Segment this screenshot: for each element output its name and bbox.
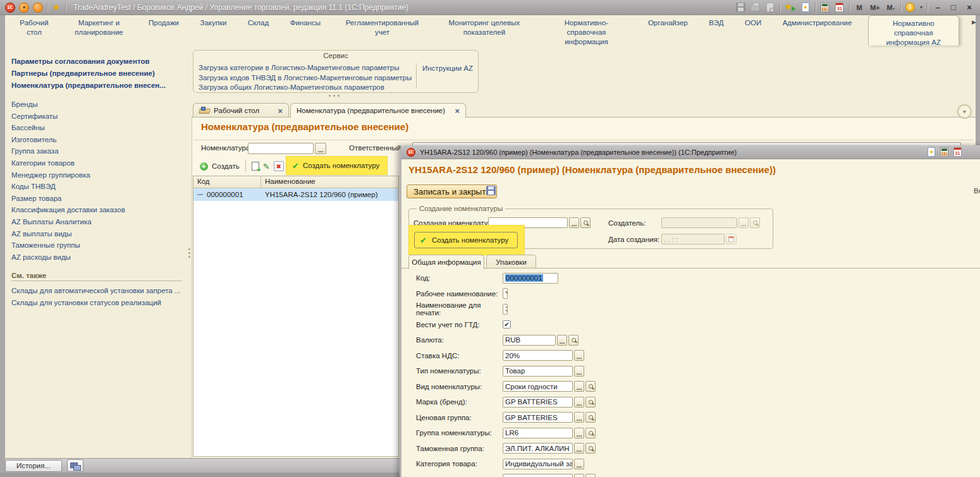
- sidebar-item[interactable]: Бассейны: [11, 122, 185, 134]
- sidebar-splitter[interactable]: [187, 45, 192, 458]
- sidebar-item[interactable]: Бренды: [11, 99, 185, 111]
- ribbon-scroll-right-icon[interactable]: ▶: [972, 16, 979, 28]
- ellipsis-button[interactable]: ...: [315, 143, 326, 154]
- ellipsis-button[interactable]: ...: [574, 412, 584, 423]
- sidebar-item[interactable]: AZ Выплаты Аналитика: [11, 216, 185, 228]
- add-to-favorites-icon[interactable]: ★: [800, 2, 811, 13]
- service-link[interactable]: Загрузка общих Логистико-Маркетинговых п…: [199, 83, 412, 93]
- create-nomenclature-button[interactable]: ✔ Создать номенклатуру: [414, 232, 518, 248]
- ribbon-tab[interactable]: Регламентированный учет: [336, 15, 427, 45]
- sessions-icon[interactable]: [67, 459, 83, 472]
- sidebar-item[interactable]: Склады для установки статусов реализаций: [11, 297, 185, 309]
- memory-button[interactable]: M-: [886, 2, 896, 13]
- edit-icon[interactable]: ✎: [263, 162, 270, 171]
- field-input[interactable]: Индивидуальный заказ: [503, 459, 573, 469]
- sidebar-item[interactable]: Таможенные группы: [11, 239, 185, 251]
- close-button[interactable]: ×: [964, 3, 975, 12]
- calendar-icon[interactable]: 31: [953, 147, 962, 157]
- field-input[interactable]: Эл.пит. YH15ARA-2S12 (пример): [503, 304, 508, 315]
- maximize-button[interactable]: □: [948, 3, 959, 12]
- column-header-code[interactable]: Код: [193, 176, 261, 188]
- ellipsis-button[interactable]: ...: [574, 428, 584, 438]
- sidebar-item[interactable]: AZ выплаты виды: [11, 228, 185, 240]
- info-dropdown-icon[interactable]: ▾: [920, 4, 922, 10]
- sidebar-item[interactable]: Категории товаров: [11, 157, 185, 169]
- calculator-icon[interactable]: [820, 2, 830, 13]
- sidebar-item[interactable]: Номенклатура (предварительное внесен...: [11, 80, 185, 92]
- all-actions-button[interactable]: Вс: [974, 187, 980, 195]
- magnifier-button[interactable]: [585, 412, 596, 423]
- memory-button[interactable]: M+: [870, 2, 880, 13]
- ribbon-tab[interactable]: Продажи: [144, 15, 184, 45]
- main-menu-button[interactable]: ▾: [19, 3, 29, 13]
- window-menu-button[interactable]: [33, 3, 43, 13]
- tab-close-icon[interactable]: ×: [455, 107, 460, 115]
- ellipsis-button[interactable]: ...: [574, 366, 584, 377]
- sidebar-item[interactable]: Партнеры (предварительное внесение): [11, 68, 185, 80]
- tab-packages[interactable]: Упаковки: [486, 255, 536, 269]
- field-checkbox[interactable]: [503, 320, 511, 329]
- tab-nomenclature[interactable]: Номенклатура (предварительное внесение) …: [290, 103, 466, 118]
- copy-icon[interactable]: [252, 162, 259, 171]
- field-input[interactable]: 20%: [503, 350, 573, 361]
- create-button[interactable]: Создать: [212, 162, 240, 170]
- magnifier-button[interactable]: [585, 397, 596, 408]
- favorites-star-icon[interactable]: ★: [51, 2, 61, 13]
- sidebar-item[interactable]: Размер товара: [11, 193, 185, 205]
- save-icon[interactable]: [486, 186, 496, 196]
- ribbon-tab[interactable]: Финансы: [285, 15, 326, 45]
- add-to-favorites-icon[interactable]: ★: [928, 147, 935, 157]
- magnifier-button[interactable]: [585, 443, 596, 454]
- ellipsis-button[interactable]: ...: [574, 443, 584, 454]
- magnifier-button[interactable]: [568, 335, 579, 346]
- ribbon-tab[interactable]: Мониторинг целевых показателей: [439, 15, 530, 45]
- memory-button[interactable]: M: [854, 2, 864, 13]
- ellipsis-button[interactable]: ...: [557, 335, 567, 346]
- ellipsis-button[interactable]: ...: [569, 217, 579, 228]
- ellipsis-button[interactable]: ...: [574, 474, 584, 477]
- field-input[interactable]: YH15ARA-2S12 120/960 (пример): [503, 288, 508, 299]
- field-input[interactable]: GP BATTERIES: [503, 397, 573, 408]
- ribbon-tab[interactable]: Органайзер: [643, 15, 693, 45]
- collapse-section-button[interactable]: ▾: [957, 104, 972, 119]
- app-logo-icon[interactable]: 1С: [5, 3, 15, 13]
- sidebar-item[interactable]: Группа заказа: [11, 145, 185, 157]
- ribbon-tab[interactable]: Нормативно-справочная информация: [541, 15, 632, 45]
- save-and-close-button[interactable]: Записать и закрыть: [407, 184, 497, 198]
- field-input[interactable]: 8506101100: [503, 474, 573, 477]
- magnifier-button[interactable]: [585, 428, 596, 438]
- ribbon-tab[interactable]: Администрирование: [778, 15, 857, 45]
- nomenclature-filter-input[interactable]: [248, 143, 314, 154]
- column-header-name[interactable]: Наименование: [261, 176, 398, 188]
- sidebar-item[interactable]: Классификация доставки заказов: [11, 204, 185, 216]
- tab-general-info[interactable]: Общая информация: [408, 255, 484, 269]
- field-input[interactable]: ЭЛ.ПИТ. АЛКАЛИН: [503, 443, 573, 454]
- ribbon-tab[interactable]: Склад: [243, 15, 274, 45]
- field-input[interactable]: Товар: [503, 366, 573, 377]
- ribbon-tab[interactable]: Закупки: [195, 15, 231, 45]
- ellipsis-button[interactable]: ...: [574, 381, 584, 392]
- field-input[interactable]: Сроки годности: [503, 381, 573, 392]
- ribbon-tab[interactable]: Нормативно справочная информация AZ: [868, 15, 959, 45]
- info-button[interactable]: i: [905, 2, 916, 13]
- service-link[interactable]: Загрузка кодов ТНВЭД в Логистико-Маркети…: [199, 73, 412, 83]
- calculator-icon[interactable]: [940, 147, 948, 157]
- ribbon-tab[interactable]: ООИ: [740, 15, 766, 45]
- instructions-link[interactable]: Инструкции AZ: [422, 64, 473, 72]
- minimize-button[interactable]: –: [932, 3, 943, 12]
- create-nomenclature-button[interactable]: ✔ Создать номенклатуру: [286, 156, 388, 175]
- field-input[interactable]: 000000001: [503, 273, 558, 284]
- magnifier-button[interactable]: [585, 381, 596, 392]
- ribbon-tab[interactable]: ВЭД: [704, 15, 728, 45]
- field-input[interactable]: RUB: [503, 335, 556, 346]
- sidebar-item[interactable]: Изготовитель: [11, 134, 185, 146]
- field-input[interactable]: GP BATTERIES: [503, 412, 573, 423]
- delete-icon[interactable]: ✖: [274, 161, 284, 171]
- history-button[interactable]: История...: [5, 460, 62, 472]
- go-to-favorites-icon[interactable]: ★: [785, 2, 796, 13]
- sidebar-item[interactable]: Параметры согласования документов: [11, 56, 185, 68]
- calendar-icon[interactable]: 31: [835, 2, 845, 13]
- table-row[interactable]: 000000001 YH15ARA-2S12 120/960 (пример): [193, 188, 398, 201]
- field-input[interactable]: LR6: [503, 428, 573, 438]
- magnifier-button[interactable]: [580, 217, 591, 228]
